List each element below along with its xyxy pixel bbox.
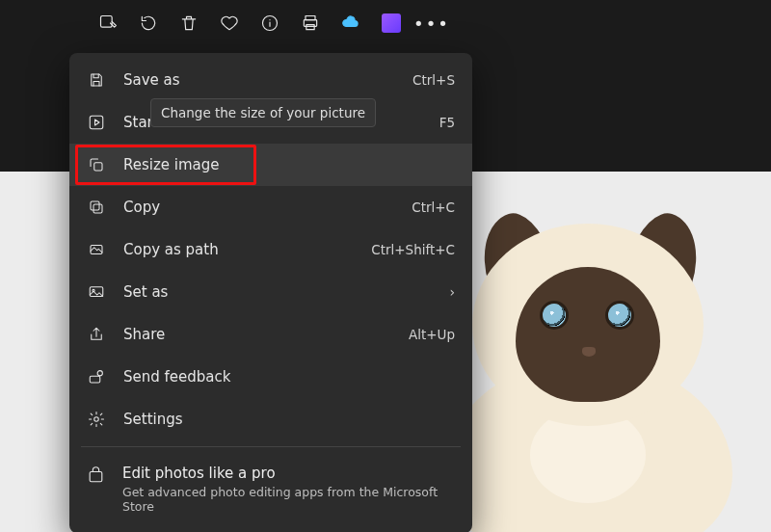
settings-icon (87, 410, 106, 429)
menu-divider (81, 446, 461, 447)
menu-label: Share (123, 326, 391, 343)
menu-share[interactable]: Share Alt+Up (69, 313, 472, 356)
info-icon[interactable] (258, 12, 281, 35)
menu-send-feedback[interactable]: Send feedback (69, 356, 472, 398)
svg-rect-8 (91, 201, 99, 210)
more-icon[interactable]: ••• (420, 12, 443, 35)
chevron-right-icon: › (449, 284, 455, 300)
svg-rect-4 (306, 25, 314, 30)
menu-label: Copy (123, 199, 394, 216)
svg-rect-7 (93, 204, 102, 213)
onedrive-icon[interactable] (339, 12, 362, 35)
menu-label: Copy as path (123, 241, 354, 258)
menu-copy-as-path[interactable]: Copy as path Ctrl+Shift+C (69, 228, 472, 271)
svg-rect-2 (306, 16, 315, 20)
menu-resize-image[interactable]: Resize image (69, 144, 472, 186)
menu-label: Settings (123, 411, 455, 428)
copy-icon (87, 198, 106, 217)
set-as-icon (87, 282, 106, 302)
favorite-icon[interactable] (218, 12, 241, 35)
top-toolbar: ••• (0, 0, 771, 46)
menu-set-as[interactable]: Set as › (69, 271, 472, 313)
menu-promo[interactable]: Edit photos like a pro Get advanced phot… (69, 453, 472, 527)
promo-title: Edit photos like a pro (122, 465, 455, 482)
svg-rect-6 (94, 163, 102, 171)
svg-point-13 (97, 371, 102, 376)
menu-label: Set as (123, 283, 432, 301)
store-icon (87, 466, 105, 486)
menu-label: Send feedback (123, 368, 455, 386)
menu-slideshow[interactable]: Start F5 Change the size of your picture (69, 101, 472, 144)
svg-rect-15 (90, 472, 102, 482)
menu-shortcut: Ctrl+C (412, 200, 455, 215)
overflow-menu: Save as Ctrl+S Start F5 Change the size … (69, 53, 472, 532)
svg-rect-12 (90, 376, 100, 383)
resize-icon (87, 155, 106, 174)
feedback-icon (87, 367, 106, 386)
menu-shortcut: Alt+Up (409, 327, 455, 342)
menu-shortcut: F5 (439, 115, 455, 130)
edit-image-icon[interactable] (96, 12, 120, 35)
clipchamp-icon[interactable] (380, 12, 403, 35)
play-icon (87, 113, 106, 132)
menu-shortcut: Ctrl+Shift+C (371, 242, 455, 257)
svg-point-14 (94, 417, 99, 422)
menu-copy[interactable]: Copy Ctrl+C (69, 186, 472, 228)
delete-icon[interactable] (177, 12, 200, 35)
save-icon (87, 70, 106, 90)
svg-rect-5 (90, 116, 103, 129)
menu-settings[interactable]: Settings (69, 398, 472, 440)
svg-rect-0 (101, 16, 113, 28)
share-icon (87, 325, 106, 344)
copy-path-icon (87, 240, 106, 259)
menu-shortcut: Ctrl+S (412, 72, 455, 88)
menu-label: Save as (123, 71, 395, 89)
menu-save-as[interactable]: Save as Ctrl+S (69, 59, 472, 101)
rotate-icon[interactable] (137, 12, 160, 35)
tooltip: Change the size of your picture (150, 98, 376, 127)
print-icon[interactable] (299, 12, 322, 35)
menu-label: Resize image (123, 156, 455, 173)
promo-subtitle: Get advanced photo editing apps from the… (122, 485, 455, 514)
